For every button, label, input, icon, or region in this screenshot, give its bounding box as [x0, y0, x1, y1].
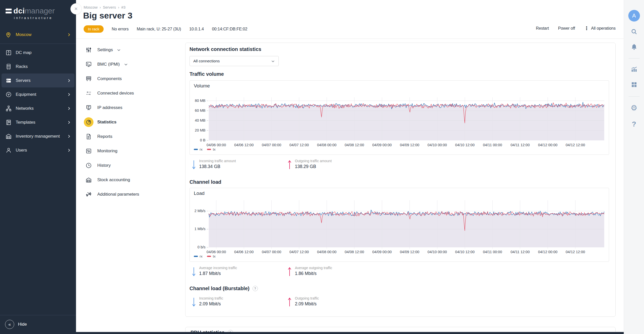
chevron-right-icon: [67, 33, 71, 37]
breadcrumb-separator: ›: [118, 5, 119, 9]
apps-grid-icon[interactable]: [631, 81, 638, 88]
network-connection-statistics-title: Network connection statistics: [190, 46, 261, 52]
sidebar-item-users[interactable]: Users: [0, 143, 76, 157]
page-header: Moscow › Servers › #3 Big server 3 In ra…: [76, 0, 624, 39]
dc-map-icon: [5, 49, 12, 56]
sidebar-item-templates[interactable]: Templates: [0, 115, 76, 129]
restart-button[interactable]: Restart: [536, 26, 549, 31]
sidebar-item-dc-map[interactable]: DC map: [0, 46, 76, 60]
status-no-errors: No errors: [112, 27, 129, 31]
chart-legend: rx tx: [194, 254, 216, 258]
rx-legend-swatch: [194, 149, 198, 150]
menu-item-components[interactable]: Components: [84, 71, 184, 86]
x-tick-label: 04/10 00:00: [428, 250, 447, 254]
tx-legend-swatch: [207, 149, 211, 150]
menu-item-stock-accounting[interactable]: Stock accounting: [84, 173, 184, 187]
menu-item-ip-addresses[interactable]: IP IP addresses: [84, 100, 184, 115]
connected-devices-icon: [84, 90, 94, 97]
menu-item-settings[interactable]: Settings: [84, 43, 184, 57]
sidebar-hide-button[interactable]: « Hide: [0, 317, 76, 332]
server-section-menu: Settings BMC (IPMI) Components Connected…: [84, 43, 184, 201]
menu-item-statistics[interactable]: Statistics: [84, 115, 184, 129]
sidebar-item-label: Templates: [16, 120, 67, 125]
right-icon-rail: A ⚙ ?: [624, 0, 644, 334]
breadcrumb-moscow[interactable]: Moscow: [84, 5, 98, 9]
sidebar-item-equipment[interactable]: Equipment: [0, 87, 76, 101]
connection-select[interactable]: All connections: [190, 56, 279, 66]
help-icon[interactable]: ?: [632, 120, 636, 128]
status-badge: In rack: [84, 25, 104, 33]
load-plot: [209, 200, 604, 247]
x-tick-label: 04/09 12:00: [400, 250, 420, 254]
status-ip-address: 10.0.1.4: [189, 27, 204, 31]
menu-item-label: IP addresses: [97, 105, 122, 110]
legend-label: tx: [213, 147, 216, 151]
page-title: Big server 3: [83, 11, 132, 21]
stat-value: 138.29 GB: [295, 164, 332, 169]
all-operations-label: All operations: [591, 26, 616, 31]
legend-rx[interactable]: rx: [194, 147, 202, 151]
network-icon: [5, 105, 12, 112]
y-tick-label: 20 MB: [190, 128, 205, 132]
stat-value: 2.09 Mbit/s: [199, 301, 223, 307]
x-tick-label: 04/10 12:00: [455, 250, 475, 254]
statistics-overview-icon[interactable]: [630, 65, 638, 73]
chevron-right-icon: [67, 92, 71, 97]
menu-item-reports[interactable]: Reports: [84, 129, 184, 144]
x-tick-label: 04/11 00:00: [483, 250, 502, 254]
breadcrumb-servers[interactable]: Servers: [103, 5, 116, 9]
app-logo[interactable]: dcimanager infrastructure: [6, 7, 55, 20]
legend-tx[interactable]: tx: [207, 147, 216, 151]
sidebar-item-servers[interactable]: Servers: [2, 73, 74, 87]
menu-item-history[interactable]: History: [84, 158, 184, 173]
terminal-icon: [84, 61, 94, 68]
legend-rx[interactable]: rx: [194, 254, 202, 258]
ip-addresses-icon: IP: [84, 104, 94, 111]
components-icon: [84, 76, 94, 82]
stat-label: Incoming traffic: [199, 296, 223, 300]
power-off-button[interactable]: Power off: [558, 26, 575, 31]
menu-item-monitoring[interactable]: Monitoring: [84, 144, 184, 158]
menu-item-label: Statistics: [97, 120, 117, 125]
status-row: In rack No errors Main rack, U: 25-27 (3…: [84, 25, 247, 33]
x-tick-label: 04/08 00:00: [317, 143, 336, 147]
x-tick-label: 04/09 00:00: [372, 143, 392, 147]
close-page-button[interactable]: ×: [70, 3, 82, 14]
volume-plot: [209, 97, 604, 140]
x-tick-label: 04/08 12:00: [345, 143, 364, 147]
legend-label: tx: [213, 254, 216, 258]
x-tick-label: 04/12 12:00: [566, 250, 585, 254]
chart-legend: rx tx: [194, 147, 216, 151]
chevron-down-icon: [117, 48, 121, 52]
report-document-icon: [84, 133, 94, 140]
sidebar-item-racks[interactable]: Racks: [0, 60, 76, 73]
sidebar-nav: DC map Racks Servers Equipment Networks …: [0, 46, 76, 157]
menu-item-label: BMC (IPMI): [97, 62, 120, 67]
channel-load-chart: Load rx tx 04/06 00:0004/06 12:0004/07 0…: [190, 188, 609, 262]
all-operations-button[interactable]: ⋮ All operations: [584, 26, 616, 31]
breadcrumb-separator: ›: [100, 5, 101, 9]
sidebar-item-networks[interactable]: Networks: [0, 101, 76, 115]
horizontal-scrollbar[interactable]: [76, 332, 624, 334]
chevron-right-icon: [67, 148, 71, 152]
stat-label: Average incoming traffic: [199, 266, 237, 270]
warehouse-icon: [5, 133, 12, 140]
legend-tx[interactable]: tx: [207, 254, 216, 258]
menu-item-bmc-ipmi[interactable]: BMC (IPMI): [84, 57, 184, 71]
avatar[interactable]: A: [628, 10, 640, 22]
rail-divider: [629, 96, 640, 97]
x-tick-label: 04/10 00:00: [428, 143, 447, 147]
gear-icon[interactable]: ⚙: [631, 103, 637, 112]
search-icon[interactable]: [631, 28, 638, 35]
help-icon[interactable]: ?: [253, 286, 258, 291]
menu-item-additional-parameters[interactable]: Additional parameters: [84, 187, 184, 201]
sidebar-item-label: Servers: [16, 78, 67, 83]
arrow-up-icon: [287, 297, 292, 307]
notifications-bell-icon[interactable]: [631, 44, 638, 51]
menu-item-connected-devices[interactable]: Connected devices: [84, 86, 184, 100]
stat-label: Outgoing traffic amount: [295, 159, 332, 163]
sidebar-item-inventory-management[interactable]: Inventory management: [0, 129, 76, 143]
sidebar-item-location[interactable]: Moscow: [0, 28, 76, 41]
menu-item-label: History: [97, 163, 111, 168]
sidebar-divider: [0, 315, 76, 315]
